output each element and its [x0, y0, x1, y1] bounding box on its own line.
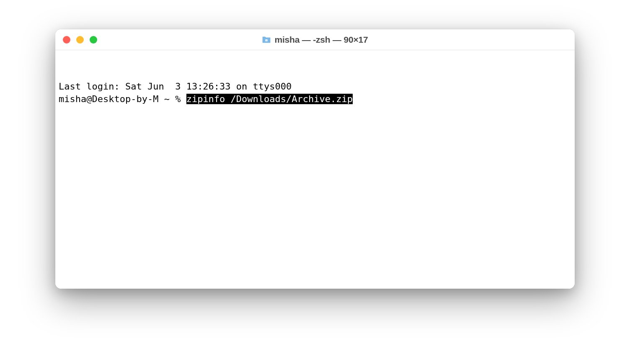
last-login-line: Last login: Sat Jun 3 13:26:33 on ttys00…	[59, 80, 571, 93]
window-titlebar[interactable]: misha — -zsh — 90×17	[55, 29, 575, 50]
prompt-line: misha@Desktop-by-M ~ % zipinfo /Download…	[59, 93, 571, 106]
terminal-content[interactable]: Last login: Sat Jun 3 13:26:33 on ttys00…	[55, 50, 575, 289]
maximize-button[interactable]	[90, 36, 97, 44]
command-input[interactable]: zipinfo /Downloads/Archive.zip	[186, 94, 353, 104]
window-title: misha — -zsh — 90×17	[274, 35, 368, 45]
folder-icon	[262, 36, 271, 44]
traffic-lights	[63, 36, 97, 44]
svg-rect-0	[265, 39, 268, 41]
title-area: misha — -zsh — 90×17	[55, 35, 575, 45]
shell-prompt: misha@Desktop-by-M ~ %	[59, 94, 186, 104]
close-button[interactable]	[63, 36, 70, 44]
terminal-window: misha — -zsh — 90×17 Last login: Sat Jun…	[55, 29, 575, 289]
minimize-button[interactable]	[76, 36, 84, 44]
